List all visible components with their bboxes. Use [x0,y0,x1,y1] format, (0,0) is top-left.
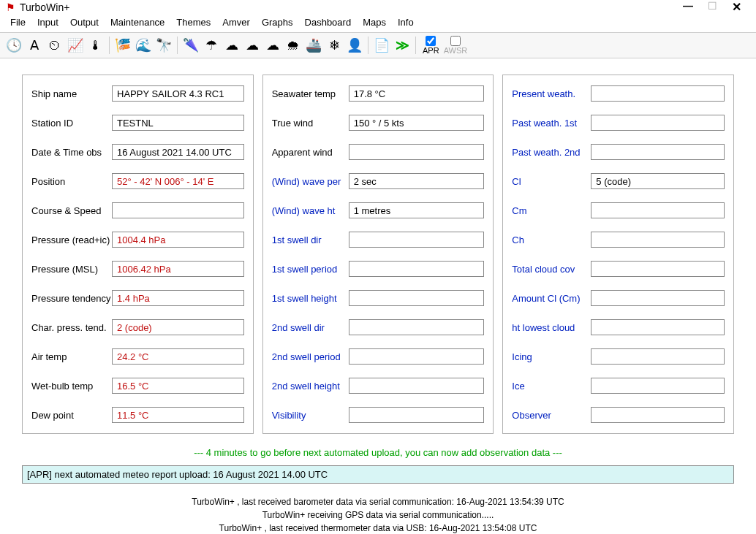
rain-cloud-icon[interactable]: 🌧 [284,36,303,55]
field-wetbulb-temp[interactable]: 16.5 °C [112,378,244,394]
field-ht-lowest-cloud[interactable] [591,319,725,335]
label-wetbulb-temp[interactable]: Wet-bulb temp [31,381,112,392]
field-ship-name[interactable]: HAPPY SAILOR 4.3 RC1 [112,85,244,102]
label-amount-cl-cm[interactable]: Amount Cl (Cm) [512,293,591,304]
cloud-ch-icon[interactable]: ☁ [263,36,282,55]
label-swell1-period[interactable]: 1st swell period [272,264,349,275]
label-present-weath[interactable]: Present weath. [512,88,591,99]
field-true-wind[interactable]: 150 ° / 5 kts [349,115,485,131]
field-dew-point[interactable]: 11.5 °C [112,407,244,423]
label-swell2-dir[interactable]: 2nd swell dir [272,322,349,333]
menu-amver[interactable]: Amver [216,15,256,29]
report-icon[interactable]: 📄 [372,36,391,55]
menu-input[interactable]: Input [31,15,64,29]
label-ice[interactable]: Ice [512,381,591,392]
field-past-weath-2[interactable] [591,144,725,160]
awsr-toggle[interactable]: AWSR [444,36,468,55]
label-wave-per[interactable]: (Wind) wave per [272,176,349,187]
field-swell2-height[interactable] [349,378,485,394]
menu-dashboard[interactable]: Dashboard [299,15,358,29]
label-past-weath-2[interactable]: Past weath. 2nd [512,147,591,158]
menu-info[interactable]: Info [392,15,420,29]
label-swell2-period[interactable]: 2nd swell period [272,351,349,362]
field-ch[interactable] [591,232,725,248]
label-observer[interactable]: Observer [512,410,591,421]
window-close-button[interactable]: ✕ [732,0,741,14]
field-position[interactable]: 52° - 42' N 006° - 14' E [112,173,244,189]
menu-output[interactable]: Output [64,15,105,29]
label-pressure-msl[interactable]: Pressure (MSL) [31,264,112,275]
window-minimize-button[interactable]: — [683,0,693,14]
field-past-weath-1[interactable] [591,115,725,131]
field-apparent-wind[interactable] [349,144,485,160]
ship-icon[interactable]: 🚢 [304,36,323,55]
label-dew-point[interactable]: Dew point [31,410,112,421]
label-ht-lowest-cloud[interactable]: ht lowest cloud [512,322,591,333]
label-wave-ht[interactable]: (Wind) wave ht [272,205,349,216]
field-pressure-msl[interactable]: 1006.42 hPa [112,261,244,277]
label-swell1-height[interactable]: 1st swell height [272,293,349,304]
field-visibility[interactable] [349,407,485,423]
label-true-wind[interactable]: True wind [272,118,349,129]
field-swell1-height[interactable] [349,290,485,306]
chart-icon[interactable]: 📈 [66,36,85,55]
label-apparent-wind[interactable]: Apparent wind [272,147,349,158]
binoculars-icon[interactable]: 🔭 [154,36,173,55]
label-ch[interactable]: Ch [512,234,591,245]
field-char-press-tend[interactable]: 2 (code) [112,319,244,335]
field-present-weath[interactable] [591,85,725,102]
label-position[interactable]: Position [31,176,112,187]
field-course-speed[interactable] [112,202,244,218]
field-swell2-dir[interactable] [349,319,485,335]
send-icon[interactable]: ≫ [393,36,412,55]
label-datetime[interactable]: Date & Time obs [31,147,112,158]
menu-themes[interactable]: Themes [170,15,216,29]
field-pressure-read[interactable]: 1004.4 hPa [112,232,244,248]
windsock-icon[interactable]: 🎏 [113,36,132,55]
umbrella-open-icon[interactable]: ☂ [202,36,221,55]
field-swell1-period[interactable] [349,261,485,277]
label-cl[interactable]: Cl [512,176,591,187]
field-icing[interactable] [591,348,725,365]
menu-maps[interactable]: Maps [357,15,392,29]
menu-maintenance[interactable]: Maintenance [105,15,170,29]
iceberg-icon[interactable]: ❄ [325,36,344,55]
person-icon[interactable]: 👤 [345,36,364,55]
label-station-id[interactable]: Station ID [31,118,112,129]
label-visibility[interactable]: Visibility [272,410,349,421]
label-cm[interactable]: Cm [512,205,591,216]
cloud-cl-icon[interactable]: ☁ [222,36,241,55]
umbrella-closed-icon[interactable]: 🌂 [181,36,200,55]
menu-graphs[interactable]: Graphs [256,15,299,29]
label-course-speed[interactable]: Course & Speed [31,205,112,216]
field-datetime[interactable]: 16 August 2021 14.00 UTC [112,144,244,160]
field-observer[interactable] [591,407,725,423]
thermometer-icon[interactable]: 🌡 [86,36,105,55]
field-ice[interactable] [591,378,725,394]
field-air-temp[interactable]: 24.2 °C [112,348,244,365]
field-cl[interactable]: 5 (code) [591,173,725,189]
label-pressure-tendency[interactable]: Pressure tendency [31,293,112,304]
field-amount-cl-cm[interactable] [591,290,725,306]
field-seawater-temp[interactable]: 17.8 °C [349,85,485,102]
label-past-weath-1[interactable]: Past weath. 1st [512,118,591,129]
apr-checkbox[interactable] [426,36,436,46]
clock-icon[interactable]: 🕓 [4,36,23,55]
field-swell2-period[interactable] [349,348,485,365]
label-pressure-read[interactable]: Pressure (read+ic) [31,234,112,245]
label-swell2-height[interactable]: 2nd swell height [272,381,349,392]
wave-icon[interactable]: 🌊 [134,36,153,55]
field-total-cloud-cov[interactable] [591,261,725,277]
menu-file[interactable]: File [4,15,31,29]
gauge-icon[interactable]: ⏲ [45,36,64,55]
apr-toggle[interactable]: APR [423,36,439,55]
cloud-cm-icon[interactable]: ☁ [243,36,262,55]
compass-icon[interactable]: 𝖠 [25,36,44,55]
window-maximize-button[interactable]: ☐ [708,0,717,14]
field-station-id[interactable]: TESTNL [112,115,244,131]
label-icing[interactable]: Icing [512,351,591,362]
field-swell1-dir[interactable] [349,232,485,248]
label-air-temp[interactable]: Air temp [31,351,112,362]
field-wave-ht[interactable]: 1 metres [349,202,485,218]
field-pressure-tendency[interactable]: 1.4 hPa [112,290,244,306]
